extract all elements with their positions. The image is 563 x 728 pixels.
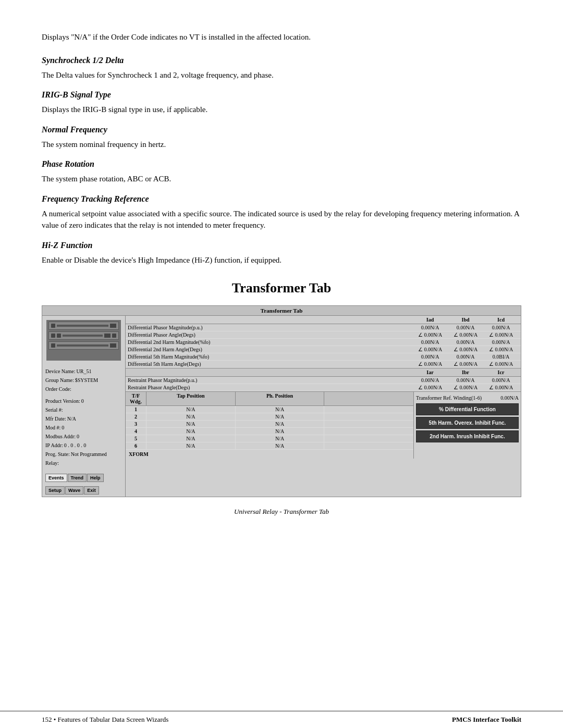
device-name-value: UR_51: [76, 367, 91, 376]
res-val-0-ibr: 0.00N/A: [448, 377, 483, 383]
diff-val-5-iad: ∠ 0.00N/A: [412, 361, 448, 367]
tap-row-1: 1 N/A N/A: [126, 406, 413, 413]
tap-row-4: 4 N/A N/A: [126, 428, 413, 435]
res-col-iar: Iar: [412, 369, 448, 375]
tap-pos-1: N/A: [146, 406, 236, 413]
ref-winding-label: Transformer Ref. Winding(1-6): [416, 395, 482, 401]
section-irig: IRIG-B Signal Type Displays the IRIG-B s…: [42, 90, 521, 116]
res-col-headers: Iar Ibr Icr: [126, 368, 521, 377]
rack-indicator-2: [51, 334, 55, 338]
action-buttons-area: Transformer Ref. Winding(1-6) 0.00N/A % …: [414, 392, 521, 459]
ph-pos-1: N/A: [236, 406, 325, 413]
exit-button[interactable]: Exit: [84, 486, 99, 495]
section-hiz: Hi-Z Function Enable or Disable the devi…: [42, 241, 521, 266]
panel-title: Transformer Tab: [42, 306, 521, 316]
setup-button[interactable]: Setup: [45, 486, 65, 495]
wave-button[interactable]: Wave: [65, 486, 83, 495]
group-name-value: $SYSTEM: [75, 376, 98, 385]
rack-bar-3: [57, 344, 108, 347]
mfr-date-row: Mfr Date: N/A: [45, 414, 122, 423]
serial-label: Serial #:: [45, 405, 63, 414]
product-version-value: 0: [81, 397, 84, 405]
tap-section: T/F Wdg. Tap Position Ph. Position 1 N/A…: [126, 392, 414, 459]
relay-row: Relay:: [45, 459, 122, 467]
product-version-label: Product Version:: [45, 397, 80, 405]
tap-wdg-1: 1: [126, 406, 146, 413]
diff-val-2-icd: 0.00N/A: [483, 339, 519, 345]
device-image: [46, 320, 121, 361]
diff-val-5-ibd: ∠ 0.00N/A: [448, 361, 483, 367]
tap-row-5: 5 N/A N/A: [126, 435, 413, 442]
trend-button[interactable]: Trend: [68, 474, 87, 482]
section-heading-freq-tracking: Frequency Tracking Reference: [42, 194, 521, 204]
section-normal-freq: Normal Frequency The system nominal freq…: [42, 125, 521, 151]
2nd-harm-button[interactable]: 2nd Harm. Inrush Inhibit Func.: [416, 430, 519, 442]
res-label-0: Restraint Phasor Magnitude(p.u.): [128, 377, 412, 383]
mfr-date-value: N/A: [67, 414, 76, 423]
section-body-hiz: Enable or Disable the device's High Impe…: [42, 254, 521, 266]
diff-label-3: Differential 2nd Harm Angle(Degs): [128, 347, 412, 352]
differential-function-button[interactable]: % Differential Function: [416, 403, 519, 415]
5th-harm-button[interactable]: 5th Harm. Overex. Inhibit Func.: [416, 417, 519, 429]
device-name-label: Device Name:: [45, 367, 75, 376]
page-footer: 152 • Features of Tabular Data Screen Wi…: [0, 711, 563, 728]
help-button[interactable]: Help: [87, 474, 104, 482]
prog-state-label: Prog. State:: [45, 450, 70, 459]
section-body-synchrocheck: The Delta values for Synchrocheck 1 and …: [42, 69, 521, 81]
diff-col-iad: Iad: [412, 317, 448, 323]
rack-button-2: [104, 334, 111, 338]
diff-col-icd: Icd: [483, 317, 519, 323]
tap-col-wdg: T/F Wdg.: [126, 392, 146, 405]
tap-pos-6: N/A: [146, 442, 236, 449]
section-heading-synchrocheck: Synchrocheck 1/2 Delta: [42, 56, 521, 65]
res-row-0: Restraint Phasor Magnitude(p.u.) 0.00N/A…: [126, 377, 521, 384]
section-freq-tracking: Frequency Tracking Reference A numerical…: [42, 194, 521, 231]
nav-buttons: Events Trend Help: [42, 472, 125, 484]
ref-winding-row: Transformer Ref. Winding(1-6) 0.00N/A: [416, 394, 519, 402]
device-name-row: Device Name: UR_51: [45, 367, 122, 376]
prog-state-row: Prog. State: Not Programmed: [45, 450, 122, 459]
section-heading-normal-freq: Normal Frequency: [42, 125, 521, 134]
res-val-1-iar: ∠ 0.00N/A: [412, 385, 448, 390]
tap-pos-5: N/A: [146, 435, 236, 442]
rack-button-3: [110, 343, 116, 348]
tap-row-2: 2 N/A N/A: [126, 413, 413, 421]
device-info: Device Name: UR_51 Group Name: $SYSTEM O…: [42, 365, 125, 470]
diff-label-empty: [128, 317, 412, 323]
res-val-0-iar: 0.00N/A: [412, 377, 448, 383]
nav-buttons-row2: Setup Wave Exit: [42, 486, 125, 497]
section-heading-phase-rotation: Phase Rotation: [42, 159, 521, 169]
section-body-irig: Displays the IRIG-B signal type in use, …: [42, 104, 521, 116]
ref-winding-value: 0.00N/A: [500, 395, 519, 401]
diff-val-2-iad: 0.00N/A: [412, 339, 448, 345]
diff-row-0: Differential Phasor Magnitude(p.u.) 0.00…: [126, 324, 521, 331]
ph-pos-4: N/A: [236, 428, 325, 435]
ip-row: IP Addr: 0 . 0 . 0 . 0: [45, 441, 122, 450]
diff-row-4: Differential 5th Harm Magnitude(%fo) 0.0…: [126, 353, 521, 361]
diff-val-5-icd: ∠ 0.00N/A: [483, 361, 519, 367]
res-label-empty: [128, 369, 412, 375]
tap-wdg-5: 5: [126, 435, 146, 442]
events-button[interactable]: Events: [45, 474, 67, 482]
diff-val-4-iad: 0.00N/A: [412, 354, 448, 360]
ip-value: 0 . 0 . 0 . 0: [64, 441, 87, 450]
ph-pos-6: N/A: [236, 442, 325, 449]
diff-val-4-ibd: 0.00N/A: [448, 354, 483, 360]
tap-pos-3: N/A: [146, 421, 236, 427]
rack-button-1: [110, 324, 116, 328]
ip-label: IP Addr:: [45, 441, 63, 450]
res-col-icr: Icr: [483, 369, 519, 375]
mfr-date-label: Mfr Date:: [45, 414, 66, 423]
bottom-section: T/F Wdg. Tap Position Ph. Position 1 N/A…: [126, 391, 521, 459]
modbus-label: Modbus Addr:: [45, 432, 76, 441]
group-name-label: Group Name:: [45, 376, 74, 385]
diff-col-headers: Iad Ibd Icd: [126, 316, 521, 324]
product-version-row: Product Version: 0: [45, 397, 122, 405]
device-left-panel: Device Name: UR_51 Group Name: $SYSTEM O…: [42, 316, 126, 497]
tap-wdg-6: 6: [126, 442, 146, 449]
diff-val-1-icd: ∠ 0.00N/A: [483, 332, 519, 338]
res-val-0-icr: 0.00N/A: [483, 377, 519, 383]
section-heading-irig: IRIG-B Signal Type: [42, 90, 521, 100]
diff-val-3-icd: ∠ 0.00N/A: [483, 347, 519, 352]
diff-col-ibd: Ibd: [448, 317, 483, 323]
